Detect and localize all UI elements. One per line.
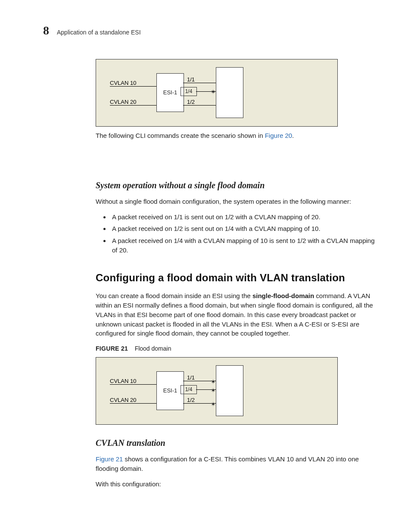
line-port-1-1 [183, 83, 216, 83]
figure-21-diagram: CVLAN 10 CVLAN 20 ESI-1 1/1 1/4 1/2 ✶ ✶ … [96, 357, 338, 425]
single-flood-domain-term: single-flood-domain [252, 292, 314, 299]
figure-21-link[interactable]: Figure 21 [96, 455, 123, 463]
heading-cvlan-translation: CVLAN translation [96, 437, 377, 449]
heading-system-operation: System operation without a single flood … [96, 179, 377, 192]
section3-para1: Figure 21 shows a configuration for a C-… [96, 454, 377, 473]
port-1-4-box: 1/4 [181, 385, 197, 394]
page: 8 Application of a standalone ESI CVLAN … [0, 0, 411, 532]
section3-para1-rest: shows a configuration for a C-ESI. This … [96, 455, 359, 472]
burst-icon: ✶ [211, 377, 216, 386]
section2-paragraph: You can create a flood domain inside an … [96, 291, 377, 338]
right-box [216, 67, 243, 118]
esi-label: ESI-1 [163, 89, 177, 97]
list-item: A packet received on 1/4 with a CVLAN ma… [110, 236, 377, 255]
figure-21-caption: FIGURE 21 Flood domain [96, 344, 377, 353]
burst-icon: ✶ [211, 386, 216, 395]
caption20-prefix: The following CLI commands create the sc… [96, 132, 265, 139]
section-title: Application of a standalone ESI [57, 29, 141, 36]
line-port-1-2 [183, 105, 216, 106]
figure-21-label: FIGURE 21 [96, 345, 128, 352]
esi-box: ESI-1 [156, 73, 184, 112]
esi-label: ESI-1 [163, 387, 177, 395]
line-cvlan20-esi [137, 403, 156, 404]
line-cvlan20-esi [137, 105, 156, 106]
cvlan20-underline [110, 403, 137, 404]
figure-21-title: Flood domain [135, 345, 171, 352]
figure-20-caption: The following CLI commands create the sc… [96, 131, 377, 140]
page-header: 8 Application of a standalone ESI [43, 24, 385, 37]
burst-icon: ✶ [211, 87, 216, 96]
cvlan10-underline [110, 86, 137, 87]
burst-icon: ✶ [211, 400, 216, 408]
caption20-suffix: . [292, 132, 294, 139]
section2-pre: You can create a flood domain inside an … [96, 292, 252, 299]
content: CVLAN 10 CVLAN 20 ESI-1 1/1 1/4 1/2 ✶ Th… [96, 59, 377, 489]
section1-bullets: A packet received on 1/1 is sent out on … [96, 212, 377, 255]
port-1-4-label: 1/4 [185, 386, 193, 393]
esi-box: ESI-1 [156, 371, 184, 410]
cvlan20-underline [110, 105, 137, 106]
port-1-4-label: 1/4 [185, 88, 193, 95]
figure-20-link[interactable]: Figure 20 [265, 132, 292, 139]
port-1-4-box: 1/4 [181, 87, 197, 96]
section3-para2: With this configuration: [96, 479, 377, 489]
line-cvlan10-esi [137, 86, 156, 87]
list-item: A packet received on 1/2 is sent out on … [110, 224, 377, 233]
heading-configuring-flood-domain: Configuring a flood domain with VLAN tra… [96, 271, 377, 286]
figure-20-diagram: CVLAN 10 CVLAN 20 ESI-1 1/1 1/4 1/2 ✶ [96, 59, 338, 127]
list-item: A packet received on 1/1 is sent out on … [110, 212, 377, 222]
line-cvlan10-esi [137, 384, 156, 385]
section1-intro: Without a single flood domain configurat… [96, 197, 377, 206]
cvlan10-underline [110, 384, 137, 385]
chapter-number: 8 [43, 24, 49, 37]
right-box [216, 365, 243, 416]
